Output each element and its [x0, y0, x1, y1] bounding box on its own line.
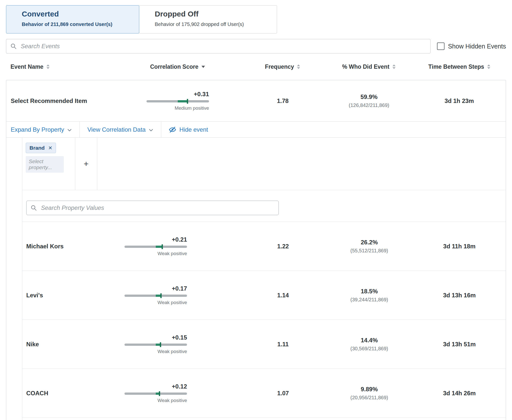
correlation-block: +0.17 Weak positive [124, 285, 187, 305]
property-selector-strip: Brand ✕ Select property... + [22, 138, 506, 190]
sort-icon[interactable] [487, 64, 490, 69]
correlation-block: +0.12 Weak positive [124, 383, 187, 403]
tab-dropped-off-subtitle: Behavior of 175,902 dropped off User(s) [155, 21, 271, 27]
tab-dropped-off[interactable]: Dropped Off Behavior of 175,902 dropped … [139, 5, 277, 33]
tab-dropped-off-title: Dropped Off [155, 10, 271, 18]
column-pct-who-did[interactable]: % Who Did Event [325, 63, 412, 70]
property-row[interactable]: Levi's +0.17 Weak positive 1.14 [22, 271, 506, 320]
search-events-input[interactable] [20, 42, 426, 50]
property-breakdown: Brand ✕ Select property... + [6, 137, 506, 420]
chevron-down-icon [148, 128, 154, 133]
search-icon [30, 205, 37, 211]
property-correlation-cell: +0.17 Weak positive [116, 285, 240, 305]
correlation-bar [124, 342, 187, 347]
property-pct-fraction: (39,244/211,869) [326, 297, 413, 303]
column-time-label: Time Between Steps [428, 63, 484, 70]
hide-event-label: Hide event [179, 126, 208, 133]
property-strip-spacer [97, 138, 506, 190]
show-hidden-checkbox[interactable] [437, 42, 444, 50]
correlation-block: +0.31 Medium positive [146, 91, 209, 111]
search-property-values-box[interactable] [26, 201, 279, 215]
correlation-strength: Weak positive [124, 349, 187, 354]
eye-slash-icon [169, 126, 176, 133]
add-property-button[interactable]: + [75, 138, 97, 190]
chevron-down-icon [67, 128, 72, 133]
property-frequency: 1.11 [240, 341, 326, 348]
event-row: Select Recommended Item +0.31 Medium pos… [6, 80, 506, 121]
column-pct-label: % Who Did Event [342, 63, 389, 70]
column-event-name-label: Event Name [10, 63, 44, 70]
property-value-name: Michael Kors [22, 243, 116, 250]
property-pct: 9.89% [326, 386, 413, 393]
property-pct: 14.4% [326, 337, 413, 344]
property-panel: Brand ✕ Select property... + [22, 138, 506, 420]
tab-converted[interactable]: Converted Behavior of 211,869 converted … [6, 5, 139, 33]
property-row[interactable]: Michael Kors +0.21 Weak positive [22, 222, 506, 271]
property-value-name: Levi's [22, 292, 116, 299]
select-property-input[interactable]: Select property... [26, 156, 64, 173]
event-correlation-cell: +0.31 Medium positive [115, 91, 240, 111]
correlation-strength: Weak positive [124, 300, 187, 305]
property-time-between: 3d 13h 16m [413, 292, 506, 299]
property-frequency: 1.14 [240, 292, 326, 299]
correlation-block: +0.15 Weak positive [124, 334, 187, 354]
property-row[interactable]: Nike +0.15 Weak positive 1.11 [22, 320, 506, 369]
expand-by-property-button[interactable]: Expand By Property [6, 122, 80, 137]
show-hidden-label: Show Hidden Events [448, 43, 506, 50]
tab-converted-subtitle: Behavior of 211,869 converted User(s) [22, 21, 133, 27]
correlation-strength: Weak positive [124, 398, 187, 403]
next-property-row-partial [22, 418, 506, 420]
column-time-between[interactable]: Time Between Steps [412, 63, 506, 70]
column-correlation-label: Correlation Score [150, 63, 198, 70]
column-correlation-score[interactable]: Correlation Score [115, 63, 240, 70]
correlation-fill [156, 246, 162, 248]
property-pct-fraction: (55,512/211,869) [326, 248, 413, 254]
property-pct-fraction: (30,569/211,869) [326, 346, 413, 352]
correlation-bar [124, 293, 187, 298]
property-pct-fraction: (20,956/211,869) [326, 395, 413, 401]
brand-property-chip[interactable]: Brand ✕ [26, 143, 56, 153]
column-frequency-label: Frequency [265, 63, 294, 70]
correlation-strength: Medium positive [146, 105, 209, 111]
property-correlation-cell: +0.21 Weak positive [116, 236, 240, 256]
property-pct-cell: 9.89% (20,956/211,869) [326, 386, 413, 401]
correlation-score: +0.17 [124, 285, 187, 292]
remove-property-icon[interactable]: ✕ [48, 145, 52, 151]
column-frequency[interactable]: Frequency [240, 63, 325, 70]
property-pct: 18.5% [326, 288, 413, 295]
events-toolbar: Show Hidden Events [6, 39, 506, 53]
column-event-name[interactable]: Event Name [6, 63, 115, 70]
property-time-between: 3d 11h 18m [413, 243, 506, 250]
property-correlation-cell: +0.12 Weak positive [116, 383, 240, 403]
hide-event-button[interactable]: Hide event [161, 122, 216, 137]
correlation-marker [159, 391, 160, 396]
sort-icon[interactable] [297, 64, 300, 69]
correlation-marker [187, 99, 188, 104]
search-icon [10, 43, 17, 49]
expand-by-property-label: Expand By Property [11, 126, 64, 133]
sort-icon[interactable] [46, 64, 50, 69]
event-pct-fraction: (126,842/211,869) [325, 102, 413, 108]
event-pct: 59.9% [325, 93, 413, 100]
property-search-area [22, 190, 506, 222]
property-pct: 26.2% [326, 239, 413, 246]
table-header: Event Name Correlation Score Frequency %… [6, 53, 506, 80]
property-row[interactable]: COACH +0.12 Weak positive 1.07 [22, 369, 506, 418]
property-frequency: 1.07 [240, 390, 326, 397]
correlation-bar [124, 391, 187, 396]
correlation-fill [178, 100, 188, 102]
view-correlation-data-button[interactable]: View Correlation Data [80, 122, 161, 137]
sort-icon[interactable] [392, 64, 396, 69]
correlation-marker [160, 342, 161, 347]
view-correlation-data-label: View Correlation Data [87, 126, 146, 133]
correlation-score: +0.15 [124, 334, 187, 341]
search-property-values-input[interactable] [40, 204, 274, 212]
search-events-box[interactable] [6, 39, 430, 53]
correlation-score: +0.12 [124, 383, 187, 390]
sort-desc-icon[interactable] [202, 66, 205, 68]
show-hidden-events-toggle[interactable]: Show Hidden Events [437, 42, 506, 50]
property-frequency: 1.22 [240, 243, 326, 250]
event-frequency: 1.78 [240, 97, 325, 104]
property-time-between: 3d 14h 26m [413, 390, 506, 397]
property-correlation-cell: +0.15 Weak positive [116, 334, 240, 354]
